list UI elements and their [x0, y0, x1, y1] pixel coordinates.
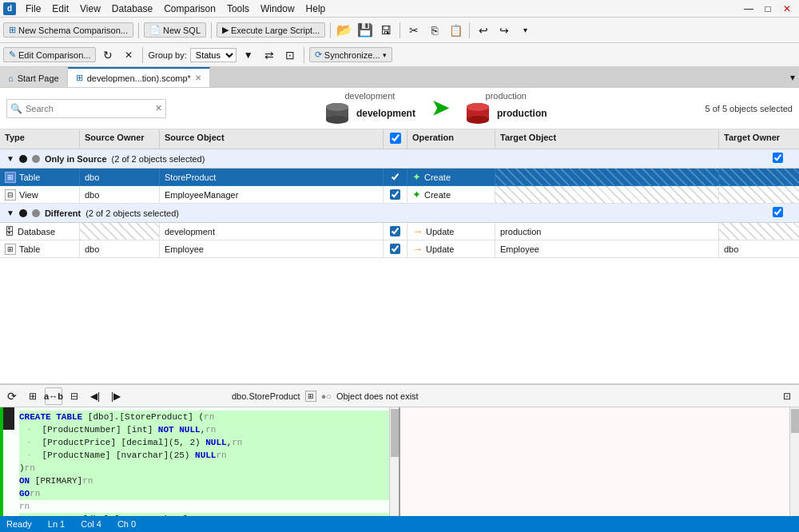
minimize-button[interactable]: —: [740, 0, 757, 18]
menu-window[interactable]: Window: [256, 2, 300, 16]
svg-point-3: [326, 103, 348, 111]
group-only-in-source[interactable]: ▼ Only in Source (2 of 2 objects selecte…: [0, 149, 799, 169]
save-all-button[interactable]: 🖫: [377, 22, 395, 39]
row2-tgt-owner-cell: [719, 186, 799, 203]
table-row[interactable]: ⊟ View dbo EmployeeManager ✦ Create: [0, 186, 799, 204]
tb2-sep-1: [142, 47, 143, 63]
row1-checkbox[interactable]: [390, 172, 400, 182]
row3-checkbox[interactable]: [390, 226, 400, 236]
status-bar: Ready Ln 1 Col 4 Ch 0: [0, 516, 799, 532]
toolbar-separator-2: [211, 22, 212, 38]
group-by-label: Group by:: [148, 50, 186, 60]
group-1-checkbox[interactable]: [773, 153, 783, 163]
menu-help[interactable]: Help: [301, 2, 331, 16]
view-toggle-button[interactable]: ⊡: [281, 46, 299, 64]
new-schema-comparison-button[interactable]: ⊞ New Schema Comparison...: [3, 22, 133, 38]
menu-file[interactable]: File: [21, 2, 46, 16]
tab-close-button[interactable]: ✕: [195, 73, 201, 82]
scroll-thumb: [391, 409, 399, 457]
new-sql-button[interactable]: 📄 New SQL: [144, 22, 206, 38]
search-input[interactable]: [26, 104, 155, 113]
select-all-checkbox[interactable]: [390, 133, 401, 144]
show-diff-button[interactable]: a↔b: [45, 387, 62, 405]
row3-check-cell[interactable]: [384, 223, 407, 240]
row2-checkbox[interactable]: [390, 189, 400, 200]
group-different-info: (2 of 2 objects selected): [85, 208, 179, 218]
code-line: · [ProductName] [nvarchar](25) NULL rn: [19, 449, 396, 462]
left-pane-scrollbar[interactable]: [389, 407, 399, 532]
tab-start-page[interactable]: ⌂ Start Page: [0, 67, 68, 87]
svg-point-6: [467, 116, 489, 124]
close-button[interactable]: ✕: [778, 0, 796, 18]
prev-diff-button[interactable]: ◀|: [86, 387, 104, 405]
tab-comparison-label: developmen...tion).scomp*: [87, 73, 191, 83]
view-type-icon: ⊟: [5, 189, 16, 200]
row2-operation-cell: ✦ Create: [407, 186, 495, 203]
copy-button[interactable]: ⎘: [426, 22, 443, 39]
filter-button[interactable]: ▼: [240, 46, 257, 64]
redo-button[interactable]: ↪: [495, 22, 513, 39]
code-line: CREATE TABLE [dbo].[StoreProduct] ( rn: [19, 411, 396, 423]
table-row[interactable]: 🗄 Database development → Update producti…: [0, 223, 799, 240]
edit-comparison-button[interactable]: ✎ Edit Comparison...: [3, 47, 96, 62]
menu-view[interactable]: View: [75, 2, 105, 16]
row1-check-cell[interactable]: [384, 169, 407, 185]
row4-check-cell[interactable]: [384, 240, 407, 257]
search-icon: 🔍: [10, 103, 22, 114]
group-only-in-source-label: Only in Source: [45, 154, 107, 164]
refresh-button[interactable]: ↻: [99, 46, 117, 64]
row2-check-cell[interactable]: [384, 186, 407, 203]
group-check-container: [773, 153, 783, 165]
close-comparison-button[interactable]: ✕: [120, 46, 137, 64]
restore-button[interactable]: □: [759, 0, 777, 18]
source-db-label: development: [356, 108, 415, 119]
menu-comparison[interactable]: Comparison: [159, 2, 221, 16]
table-type-icon-2: ⊞: [5, 244, 16, 255]
col-source-object-header: Source Object: [160, 129, 384, 149]
cut-button[interactable]: ✂: [405, 22, 423, 39]
row1-src-object-cell: StoreProduct: [160, 169, 384, 185]
row4-checkbox[interactable]: [390, 244, 400, 254]
new-schema-icon: ⊞: [9, 25, 16, 35]
right-pane-scrollbar[interactable]: ▲ ▼: [789, 407, 799, 532]
row2-src-object-cell: EmployeeManager: [160, 186, 384, 203]
undo-button[interactable]: ↩: [475, 22, 492, 39]
tab-overflow-button[interactable]: ▾: [785, 67, 799, 87]
col-source-owner-header: Source Owner: [80, 129, 160, 149]
diff-nav-button[interactable]: ⊟: [66, 387, 83, 405]
expand-pane-icon[interactable]: ⊡: [778, 387, 796, 405]
new-sql-icon: 📄: [149, 25, 161, 35]
swap-button[interactable]: ⇄: [260, 46, 278, 64]
row1-operation-cell: ✦ Create: [407, 169, 495, 185]
group-by-select[interactable]: Status: [190, 48, 237, 62]
table-row[interactable]: ⊞ Table dbo Employee → Update Employee d…: [0, 240, 799, 258]
menu-edit[interactable]: Edit: [47, 2, 74, 16]
paste-button[interactable]: 📋: [447, 22, 464, 39]
next-diff-button[interactable]: |▶: [107, 387, 125, 405]
status-label: Ready: [6, 519, 32, 529]
row4-tgt-owner-cell: dbo: [719, 240, 799, 257]
execute-script-button[interactable]: ▶ Execute Large Script...: [217, 22, 325, 38]
comparison-table-body[interactable]: ▼ Only in Source (2 of 2 objects selecte…: [0, 149, 799, 383]
group-different[interactable]: ▼ Different (2 of 2 objects selected): [0, 204, 799, 223]
comparison-toolbar: ✎ Edit Comparison... ↻ ✕ Group by: Statu…: [0, 43, 799, 67]
search-clear-button[interactable]: ✕: [155, 103, 162, 113]
code-line: ON [PRIMARY] rn: [19, 474, 396, 487]
open-button[interactable]: 📂: [336, 22, 353, 39]
pane-expand-button[interactable]: ⊡: [778, 387, 796, 405]
tab-comparison[interactable]: ⊞ developmen...tion).scomp* ✕: [68, 67, 210, 87]
menu-database[interactable]: Database: [107, 2, 157, 16]
col-target-object-header: Target Object: [495, 129, 719, 149]
sync-pane-button[interactable]: ⟳: [3, 387, 21, 405]
database-type-icon: 🗄: [5, 226, 14, 237]
save-button[interactable]: 💾: [356, 22, 374, 39]
toolbar-separator-5: [469, 22, 470, 38]
menu-tools[interactable]: Tools: [222, 2, 254, 16]
scroll-thumb-right: [791, 409, 799, 433]
expand-all-button[interactable]: ⊞: [24, 387, 42, 405]
table-row[interactable]: ⊞ Table dbo StoreProduct ✦ Create: [0, 169, 799, 186]
row3-tgt-object-cell: production: [495, 223, 719, 240]
toolbar-more-button[interactable]: ▾: [516, 22, 534, 39]
synchronize-button[interactable]: ⟳ Synchronize... ▾: [309, 47, 392, 62]
group-2-checkbox[interactable]: [773, 207, 783, 217]
